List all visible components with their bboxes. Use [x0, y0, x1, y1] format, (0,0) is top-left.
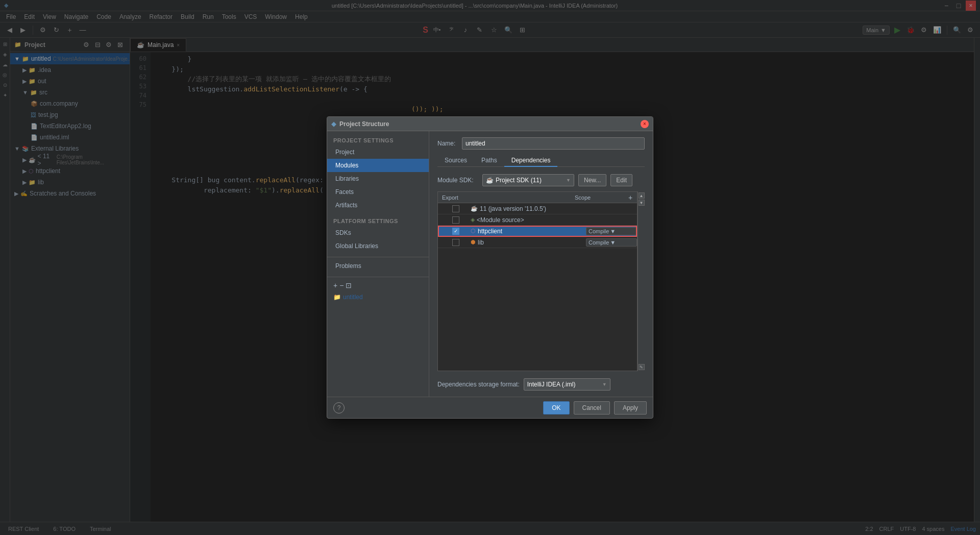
dialog-action-buttons: OK Cancel Apply: [543, 401, 647, 415]
dialog-icon: ◆: [331, 120, 336, 128]
dialog-bottom: ? OK Cancel Apply: [327, 397, 653, 418]
dep-add-button[interactable]: +: [626, 193, 635, 202]
tab-dependencies[interactable]: Dependencies: [504, 155, 558, 167]
sdk-edit-button[interactable]: Edit: [610, 174, 632, 186]
dep-checkbox-modsrc[interactable]: [452, 216, 459, 224]
dep-row-jdk[interactable]: ☕ 11 (java version '11.0.5'): [438, 203, 637, 214]
dep-row-httpclient[interactable]: ✓ ⬡ httpclient Compile ▼: [438, 226, 637, 237]
sdk-icon: ☕: [486, 177, 494, 184]
dep-lib-icon: ⬢: [471, 239, 476, 246]
storage-dropdown[interactable]: IntelliJ IDEA (.iml) ▼: [524, 378, 610, 391]
dep-httpclient-icon: ⬡: [471, 228, 476, 234]
name-row: Name:: [437, 137, 645, 150]
dialog-ok-button[interactable]: OK: [543, 401, 569, 415]
sidebar-item-modules[interactable]: Modules: [327, 159, 429, 172]
dep-compile-dropdown-httpclient[interactable]: Compile ▼: [586, 227, 637, 235]
sdk-dropdown-arrow-icon: ▼: [566, 178, 571, 183]
dep-jdk-icon: ☕: [471, 205, 478, 212]
dep-checkbox-httpclient[interactable]: ✓: [452, 228, 459, 235]
platform-settings-header: Platform Settings: [327, 216, 429, 226]
dep-scope-httpclient: Compile ▼: [586, 227, 637, 235]
sidebar-item-libraries[interactable]: Libraries: [327, 172, 429, 185]
dep-row-modsrc[interactable]: ◈ <Module source>: [438, 214, 637, 226]
module-tree-item-untitled[interactable]: 📁 untitled: [331, 291, 425, 303]
dialog-overlay: ◆ Project Structure × Project Settings P…: [0, 0, 980, 535]
dependency-tabs: Sources Paths Dependencies: [437, 155, 645, 167]
dep-scroll-down-button[interactable]: ▼: [639, 200, 645, 206]
dep-checkbox-lib[interactable]: [452, 239, 459, 246]
sidebar-item-problems[interactable]: Problems: [327, 259, 429, 273]
module-folder-icon: 📁: [333, 294, 341, 301]
dep-src-icon: ◈: [471, 216, 475, 223]
dep-name-httpclient: ⬡ httpclient: [469, 228, 586, 235]
sidebar-item-sdks[interactable]: SDKs: [327, 226, 429, 239]
sdk-new-button[interactable]: New...: [578, 174, 606, 186]
module-name: untitled: [343, 294, 363, 301]
dep-lib-label: lib: [478, 239, 484, 246]
project-settings-header: Project Settings: [327, 135, 429, 145]
name-label: Name:: [437, 140, 458, 147]
sdk-value: Project SDK (11): [496, 177, 542, 184]
dep-jdk-label: 11 (java version '11.0.5'): [480, 205, 546, 212]
sdk-label: Module SDK:: [437, 177, 478, 184]
storage-row: Dependencies storage format: IntelliJ ID…: [437, 378, 645, 391]
dialog-apply-button[interactable]: Apply: [614, 401, 647, 415]
dep-name-modsrc: ◈ <Module source>: [469, 216, 586, 224]
module-copy-button[interactable]: ⊡: [346, 281, 352, 289]
dep-export-jdk: [438, 205, 469, 212]
sidebar-item-facets[interactable]: Facets: [327, 185, 429, 199]
module-remove-button[interactable]: −: [339, 281, 344, 289]
dep-scroll-up-button[interactable]: ▲: [639, 192, 645, 199]
dep-scope-lib: Compile ▼: [586, 238, 637, 247]
dep-export-lib: [438, 239, 469, 246]
module-tree: + − ⊡ 📁 untitled: [327, 277, 429, 305]
dep-compile-label-lib: Compile: [589, 239, 609, 246]
tab-sources[interactable]: Sources: [437, 155, 474, 167]
sdk-row: Module SDK: ☕ Project SDK (11) ▼ New... …: [437, 174, 645, 186]
dep-export-modsrc: [438, 216, 469, 224]
dep-export-httpclient: ✓: [438, 228, 469, 235]
dep-table-body: ☕ 11 (java version '11.0.5'): [438, 203, 637, 371]
dialog-main: Name: Sources Paths Dependencies Module …: [429, 131, 653, 397]
dep-httpclient-label: httpclient: [478, 228, 502, 235]
dialog-close-button[interactable]: ×: [641, 120, 649, 128]
storage-label: Dependencies storage format:: [437, 381, 520, 388]
sidebar-item-project[interactable]: Project: [327, 145, 429, 159]
dep-header-add-area: +: [626, 193, 637, 202]
dep-compile-arrow-lib-icon: ▼: [610, 239, 616, 246]
dep-name-jdk: ☕ 11 (java version '11.0.5'): [469, 205, 586, 212]
dep-checkbox-jdk[interactable]: [452, 205, 459, 212]
dep-modsrc-label: <Module source>: [477, 216, 524, 224]
dep-main-area: Export Scope +: [437, 191, 645, 371]
dep-row-lib[interactable]: ⬢ lib Compile ▼: [438, 237, 637, 248]
dep-header-scope: Scope: [575, 194, 626, 201]
dialog-cancel-button[interactable]: Cancel: [574, 401, 610, 415]
dialog-sidebar: Project Settings Project Modules Librari…: [327, 131, 429, 397]
sdk-dropdown[interactable]: ☕ Project SDK (11) ▼: [482, 174, 574, 186]
tab-paths[interactable]: Paths: [474, 155, 504, 167]
dialog-titlebar: ◆ Project Structure ×: [327, 117, 653, 131]
dialog-title: Project Structure: [339, 120, 638, 128]
storage-value: IntelliJ IDEA (.iml): [527, 381, 576, 388]
dep-compile-dropdown-lib[interactable]: Compile ▼: [586, 238, 637, 247]
sidebar-item-artifacts[interactable]: Artifacts: [327, 199, 429, 212]
module-add-button[interactable]: +: [333, 281, 337, 289]
dialog-help-button[interactable]: ?: [333, 402, 345, 414]
dep-name-lib: ⬢ lib: [469, 239, 586, 246]
dep-edit-button[interactable]: ✎: [639, 364, 645, 370]
module-name-input[interactable]: [462, 137, 645, 150]
project-structure-dialog: ◆ Project Structure × Project Settings P…: [327, 116, 653, 419]
dialog-body: Project Settings Project Modules Librari…: [327, 131, 653, 397]
dep-compile-label: Compile: [589, 228, 609, 234]
storage-arrow-icon: ▼: [602, 382, 607, 387]
dependencies-table: Export Scope +: [437, 191, 638, 371]
dep-compile-arrow-icon: ▼: [610, 228, 616, 234]
dep-table-side: ▲ ▼ ✎: [638, 191, 645, 371]
dep-table-header: Export Scope +: [438, 192, 637, 203]
sidebar-item-global-libs[interactable]: Global Libraries: [327, 239, 429, 253]
dep-header-export: Export: [438, 194, 469, 201]
